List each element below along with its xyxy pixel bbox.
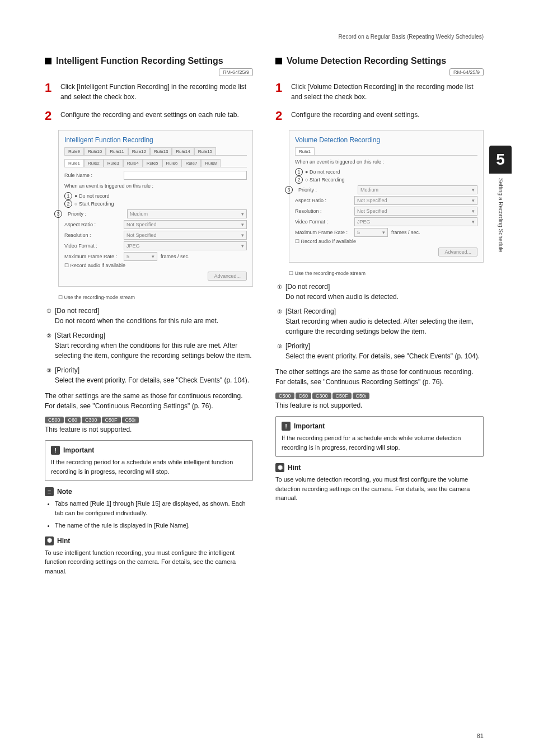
hint-body: To use volume detection recording, you m… <box>275 475 484 503</box>
rule-tab[interactable]: Rule5 <box>143 159 162 167</box>
priority-label: Priority : <box>68 211 124 217</box>
important-box: !Important If the recording period for a… <box>45 440 253 481</box>
resolution-select[interactable]: Not Specified▾ <box>124 231 247 240</box>
important-icon: ! <box>282 422 291 431</box>
videoformat-select[interactable]: JPEG▾ <box>124 241 247 250</box>
not-supported-text: This feature is not supported. <box>45 424 253 435</box>
use-stream-checkbox[interactable]: ☐ Use the recording-mode stream <box>58 295 253 300</box>
resolution-select[interactable]: Not Specified▾ <box>354 207 477 216</box>
step-text: Configure the recording and event settin… <box>60 110 253 122</box>
maxframerate-select[interactable]: 5▾ <box>124 252 157 261</box>
model-badge: C300 <box>312 393 331 399</box>
square-bullet-icon <box>45 58 51 64</box>
other-settings-para: The other settings are the same as those… <box>275 367 484 387</box>
not-supported-text: This feature is not supported. <box>275 400 484 410</box>
note-block: ≡Note Tabs named [Rule 1] through [Rule … <box>45 487 253 530</box>
chapter-number: 5 <box>489 146 512 174</box>
page-number: 81 <box>477 732 484 739</box>
step-text: Click [Intelligent Function Recording] i… <box>60 82 253 102</box>
hint-body: To use intelligent function recording, y… <box>45 548 253 576</box>
rule-tab[interactable]: Rule15 <box>194 147 216 155</box>
record-audio-checkbox[interactable]: ☐ Record audio if available <box>295 239 477 244</box>
priority-select[interactable]: Medium▾ <box>358 185 477 194</box>
model-badge: C500 <box>45 417 64 423</box>
rule-tab-active[interactable]: Rule1 <box>64 159 84 167</box>
page-header-breadcrumb: Record on a Regular Basis (Repeating Wee… <box>339 34 484 40</box>
step-text: Click [Volume Detection Recording] in th… <box>291 82 484 102</box>
important-box: !Important If the recording period for a… <box>275 416 484 457</box>
record-audio-checkbox[interactable]: ☐ Record audio if available <box>64 263 247 268</box>
rule-name-label: Rule Name : <box>64 172 120 178</box>
videoformat-select[interactable]: JPEG▾ <box>354 217 477 226</box>
aspect-label: Aspect Ratio : <box>295 198 351 203</box>
heading-text: Volume Detection Recording Settings <box>287 56 446 66</box>
heading-text: Intelligent Function Recording Settings <box>56 56 223 66</box>
rule-tab[interactable]: Rule2 <box>84 159 104 167</box>
rule-tab[interactable]: Rule12 <box>128 147 150 155</box>
rule-tab[interactable]: Rule6 <box>162 159 182 167</box>
rule-tab[interactable]: Rule7 <box>181 159 201 167</box>
rule-tab[interactable]: Rule10 <box>84 147 106 155</box>
rule-name-input[interactable] <box>124 171 247 180</box>
right-column: Volume Detection Recording Settings RM-6… <box>275 56 484 581</box>
note-icon: ≡ <box>45 487 54 496</box>
model-badges: C500 C60 C300 C50F C50i <box>45 417 253 423</box>
chapter-tab: 5 Setting a Recording Schedule <box>489 146 512 252</box>
radio-do-not-record[interactable]: 1Do not record <box>295 168 477 176</box>
step-text: Configure the recording and event settin… <box>291 110 484 122</box>
videoformat-label: Video Format : <box>64 243 120 249</box>
radio-do-not-record[interactable]: 1Do not record <box>64 192 247 200</box>
advanced-button[interactable]: Advanced... <box>208 272 247 281</box>
advanced-button[interactable]: Advanced... <box>438 248 477 256</box>
rule-tab[interactable]: Rule11 <box>106 147 128 155</box>
important-body: If the recording period for a schedule e… <box>282 433 477 452</box>
rule-tab[interactable]: Rule4 <box>123 159 143 167</box>
fps-unit: frames / sec. <box>161 254 190 259</box>
screenshot-title: Volume Detection Recording <box>295 136 477 144</box>
priority-label: Priority : <box>298 187 354 193</box>
resolution-label: Resolution : <box>295 208 351 214</box>
model-badges: C500 C60 C300 C50F C50i <box>275 393 484 399</box>
rule-tabs-row-bottom: Rule1 Rule2 Rule3 Rule4 Rule5 Rule6 Rule… <box>64 159 247 167</box>
use-stream-checkbox[interactable]: ☐ Use the recording-mode stream <box>289 270 484 276</box>
volume-detection-screenshot: Volume Detection Recording Rule1 When an… <box>289 130 484 263</box>
resolution-label: Resolution : <box>64 232 120 238</box>
maxframerate-select[interactable]: 5▾ <box>354 228 388 237</box>
other-settings-para: The other settings are the same as those… <box>45 391 253 411</box>
rule-tab[interactable]: Rule9 <box>64 147 84 155</box>
note-item: Tabs named [Rule 1] through [Rule 15] ar… <box>55 499 253 517</box>
priority-select[interactable]: Medium▾ <box>127 209 247 218</box>
rule-tabs-row-top: Rule9 Rule10 Rule11 Rule12 Rule13 Rule14… <box>64 147 247 156</box>
step-number: 2 <box>45 110 55 122</box>
important-icon: ! <box>51 446 60 455</box>
model-badge: C50F <box>332 393 352 399</box>
step-2: 2 Configure the recording and event sett… <box>275 110 484 122</box>
model-badge: C60 <box>296 393 312 399</box>
model-badge: C50F <box>102 417 121 423</box>
maxframerate-label: Maximum Frame Rate : <box>64 254 120 259</box>
aspect-label: Aspect Ratio : <box>64 222 120 227</box>
rule-tab-active[interactable]: Rule1 <box>295 147 315 155</box>
model-badge: RM-64/25/9 <box>449 68 484 76</box>
step-1: 1 Click [Intelligent Function Recording]… <box>45 82 253 102</box>
trigger-label: When an event is triggered on this rule … <box>64 183 247 189</box>
radio-start-recording[interactable]: 2Start Recording <box>295 176 477 184</box>
rule-tab[interactable]: Rule8 <box>201 159 221 167</box>
aspect-select[interactable]: Not Specified▾ <box>354 196 477 205</box>
legend-list: ①[Do not record]Do not record when audio… <box>275 282 484 361</box>
model-badge: C500 <box>275 393 294 399</box>
hint-block: ✺Hint To use intelligent function record… <box>45 536 253 576</box>
rule-tab[interactable]: Rule13 <box>150 147 172 155</box>
section-heading-intelligent: Intelligent Function Recording Settings <box>45 56 253 66</box>
hint-block: ✺Hint To use volume detection recording,… <box>275 463 484 503</box>
rule-tab[interactable]: Rule14 <box>172 147 194 155</box>
model-badge: RM-64/25/9 <box>219 68 253 76</box>
trigger-label: When an event is triggered on this rule … <box>295 159 477 165</box>
aspect-select[interactable]: Not Specified▾ <box>124 220 247 229</box>
radio-start-recording[interactable]: 2Start Recording <box>64 200 247 208</box>
step-1: 1 Click [Volume Detection Recording] in … <box>275 82 484 102</box>
hint-icon: ✺ <box>275 463 284 472</box>
step-number: 1 <box>275 82 285 102</box>
hint-icon: ✺ <box>45 536 54 545</box>
rule-tab[interactable]: Rule3 <box>104 159 123 167</box>
